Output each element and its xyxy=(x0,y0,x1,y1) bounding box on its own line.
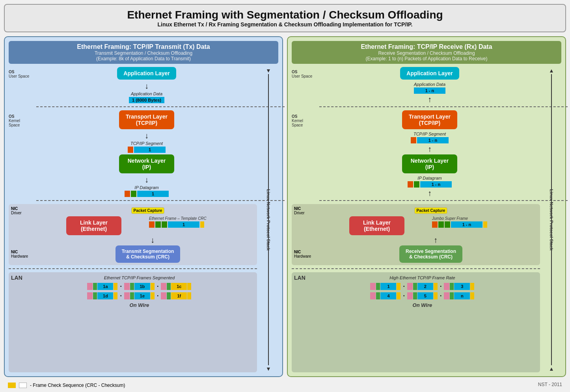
rx-frame-1: 1 xyxy=(370,283,400,290)
rx-tcp-seg-value: 1 - n xyxy=(417,137,449,143)
rx-packet-capture: Packet Capture xyxy=(414,207,448,214)
tx-link-layer: Link Layer (Ethernet) xyxy=(66,216,121,235)
rx-frame-2: 2 xyxy=(407,283,438,290)
tx-protocol-stack: Linux Network Protocol Stack xyxy=(259,67,278,372)
rx-app-layer: Application Layer xyxy=(400,67,459,80)
legend: - Frame Check Sequence (CRC - Checksum) xyxy=(8,383,125,388)
tx-header-sub1: Transmit Segmentation / Checksum Offload… xyxy=(13,50,274,56)
rx-ps-arrow-up xyxy=(549,67,554,74)
rx-ip-datagram-value: 1 - n xyxy=(420,181,452,188)
tx-on-wire: On Wire xyxy=(130,302,149,308)
tx-arrow-3: ↓ xyxy=(145,176,149,184)
tx-ip-datagram-value: 1 xyxy=(137,191,169,197)
rx-app-data-label: Application Data xyxy=(414,82,445,87)
rx-ps-arrow-up2 xyxy=(549,365,554,372)
rx-frame-3: 3 xyxy=(444,283,474,290)
legend-yellow-box xyxy=(8,383,16,388)
tx-tcp-seg-value: 1 xyxy=(134,147,166,153)
tx-ip-datagram-label: IP Datagram xyxy=(134,185,158,190)
tx-panel: Ethernet Framing: TCP/IP Transmit (Tx) D… xyxy=(4,36,283,377)
rx-ip-datagram-label: IP Datagram xyxy=(417,176,441,180)
tx-frame-1d: 1d xyxy=(87,292,117,299)
tx-panel-header: Ethernet Framing: TCP/IP Transmit (Tx) D… xyxy=(9,41,278,64)
main-title-box: Ethernet Framing with Segmentation / Che… xyxy=(4,4,566,32)
tx-arrow-4: ↓ xyxy=(151,236,155,244)
tx-frame-1f: 1f xyxy=(161,292,191,299)
rx-tcp-seg-label: TCP/IP Segment xyxy=(414,132,446,136)
rx-network-layer: Network Layer (IP) xyxy=(402,154,457,173)
rx-header-sub1: Receive Segmentation / Checksum Offloadi… xyxy=(296,50,557,56)
tx-lan-label: LAN xyxy=(11,275,22,281)
main-title: Ethernet Framing with Segmentation / Che… xyxy=(13,9,557,21)
tx-protocol-stack-label: Linux Network Protocol Stack xyxy=(266,189,271,251)
tx-app-layer: Application Layer xyxy=(117,67,176,80)
rx-protocol-stack: Linux Network Protocol Stack xyxy=(542,67,561,372)
tx-transport-layer: Transport Layer (TCP/IP) xyxy=(119,110,174,129)
rx-arrow-2: ↑ xyxy=(428,145,432,153)
tx-frame-1c: 1c xyxy=(161,283,191,290)
rx-frame-4: 4 xyxy=(370,292,400,299)
rx-header-title: Ethernet Framing: TCP/IP Receive (Rx) Da… xyxy=(296,43,557,50)
tx-ps-arrow-down xyxy=(266,67,271,74)
tx-arrow-2: ↓ xyxy=(145,132,149,139)
tx-app-data-value: 1 (8000 Bytes) xyxy=(129,97,164,103)
rx-link-layer: Link Layer (Ethernet) xyxy=(349,216,404,235)
main-subtitle: Linux Ethernet Tx / Rx Framing Segmentat… xyxy=(13,21,557,28)
rx-frame-n: n xyxy=(444,292,474,299)
rx-arrow-3: ↑ xyxy=(428,189,432,197)
tx-frame-1b: 1b xyxy=(124,283,155,290)
rx-frame-5: 5 xyxy=(407,292,438,299)
tx-ps-arrow-down2 xyxy=(266,365,271,372)
rx-arrow-1: ↑ xyxy=(428,95,432,103)
nst-footer: NST - 2011 xyxy=(538,382,562,387)
rx-header-sub2: (Example: 1 to (n) Packets of Applicatio… xyxy=(296,56,557,61)
rx-seg-checksum: Receive Segmentation & Checksum (CRC) xyxy=(399,245,462,263)
tx-eth-frame-label: Ethernet Frame – Template CRC xyxy=(149,216,207,221)
rx-transport-layer: Transport Layer (TCP/IP) xyxy=(402,110,457,129)
rx-on-wire: On Wire xyxy=(413,302,432,308)
tx-frames-label: Ethernet TCP/IP Frames Segmented xyxy=(104,275,175,280)
rx-panel-header: Ethernet Framing: TCP/IP Receive (Rx) Da… xyxy=(292,41,561,64)
tx-packet-capture: Packet Capture xyxy=(131,207,165,214)
tx-frame-1a: 1a xyxy=(87,283,117,290)
rx-protocol-stack-label: Linux Network Protocol Stack xyxy=(549,189,554,251)
tx-app-data-label: Application Data xyxy=(131,91,162,96)
legend-white-box xyxy=(19,383,27,388)
tx-header-title: Ethernet Framing: TCP/IP Transmit (Tx) D… xyxy=(13,43,274,50)
tx-header-sub2: (Example: 8k of Application Data to Tran… xyxy=(13,56,274,61)
tx-frame-1e: 1e xyxy=(124,292,155,299)
rx-arrow-4: ↑ xyxy=(434,236,438,244)
tx-network-layer: Network Layer (IP) xyxy=(119,154,174,173)
tx-tcp-seg-label: TCP/IP Segment xyxy=(130,141,163,146)
rx-panel: Ethernet Framing: TCP/IP Receive (Rx) Da… xyxy=(287,36,566,377)
tx-seg-checksum: Transmit Segmentation & Checksum (CRC) xyxy=(115,245,181,263)
rx-frames-label: High Ethernet TCP/IP Frame Rate xyxy=(389,275,455,280)
tx-eth-frame-value: 1 xyxy=(168,221,199,228)
tx-arrow-1: ↓ xyxy=(145,82,149,90)
rx-app-data-value: 1 - n xyxy=(414,87,445,94)
rx-eth-frame-label: Jumbo Super Frame xyxy=(432,216,468,221)
legend-label: - Frame Check Sequence (CRC - Checksum) xyxy=(30,383,125,388)
rx-lan-label: LAN xyxy=(294,275,305,281)
rx-eth-frame-value: 1 - n xyxy=(451,221,482,228)
